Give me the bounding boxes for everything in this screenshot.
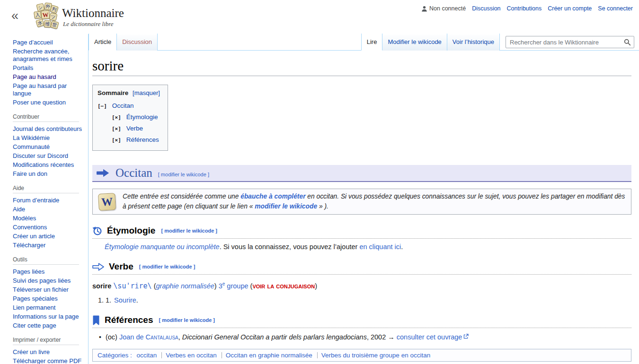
sidebar-item-accueil[interactable]: Page d’accueil [13, 39, 85, 46]
sidebar-item-discord[interactable]: Discuter sur Discord [13, 152, 85, 160]
category-separator [222, 352, 222, 358]
author-link[interactable]: Joan de Cantalausa [119, 333, 178, 341]
toc-item-verbe: [×] Verbe [98, 123, 160, 134]
language-arrow-icon [97, 169, 109, 177]
toc-link-references[interactable]: Références [126, 136, 159, 143]
toc-link-etymologie[interactable]: Étymologie [126, 113, 158, 121]
sidebar-item-hasard-langue[interactable]: Page au hasard par langue [13, 82, 85, 97]
sidebar-item-portails[interactable]: Portails [13, 64, 85, 72]
etymology-add-link[interactable]: en cliquant ici [359, 243, 401, 251]
tab-article[interactable]: Article [89, 34, 117, 51]
toc-title: Sommaire [98, 89, 128, 96]
sidebar-item-telecharger[interactable]: Télécharger [13, 242, 85, 249]
logo-tile: ツ [49, 13, 58, 21]
stub-text: Cette entrée est considérée comme une éb… [123, 192, 625, 211]
wiktionnaire-logo[interactable]: シ 外 判 入 W ツ 水 维 世 [31, 3, 59, 30]
sidebar-item-forum-entraide[interactable]: Forum d’entraide [13, 197, 85, 204]
sidebar-item-citer-page[interactable]: Citer cette page [13, 322, 85, 329]
pronunciation-link[interactable]: \su'rire\ [113, 282, 151, 290]
page-title: sorire [92, 58, 631, 76]
language-section-header: Occitan [ modifier le wikicode ] [92, 165, 631, 182]
sidebar-section-outils: Pages liées Suivi des pages liées Téléve… [13, 268, 85, 329]
sidebar-item-creer-livre[interactable]: Créer un livre [13, 348, 85, 356]
stub-link-ebauche[interactable]: ébauche à compléter [240, 193, 305, 200]
personal-link-discussion[interactable]: Discussion [472, 5, 500, 12]
sidebar-item-modifs-recentes[interactable]: Modifications récentes [13, 161, 85, 169]
site-title-block[interactable]: Wiktionnaire Le dictionnaire libre [62, 7, 124, 28]
category-link[interactable]: Occitan en graphie normalisée [226, 352, 312, 359]
edit-section-link[interactable]: [ modifier le wikicode ] [161, 228, 217, 234]
sidebar-item-aide[interactable]: Aide [13, 206, 85, 213]
toc-hide-link[interactable]: [masquer] [133, 89, 160, 96]
personal-bar: Non connecté Discussion Contributions Cr… [421, 5, 633, 12]
category-link[interactable]: Verbes en occitan [166, 352, 216, 359]
toc-item-references: [×] Références [98, 134, 160, 146]
toc-toggle-icon[interactable]: [×] [112, 126, 121, 132]
graphie-normalisee-link[interactable]: graphie normalisée [156, 282, 214, 290]
definition-link-sourire[interactable]: Sourire [114, 296, 136, 304]
sidebar-item-telecharger-pdf[interactable]: Télécharger comme PDF [13, 357, 85, 364]
stub-notice: W Cette entrée est considérée comme une … [92, 189, 631, 215]
toc-link-occitan[interactable]: Occitan [112, 102, 134, 109]
tab-modifier-wikicode[interactable]: Modifier le wikicode [382, 34, 447, 51]
namespace-tabs: Article Discussion [89, 34, 158, 51]
stub-link-modifier[interactable]: modifier le wikicode [255, 203, 317, 210]
definition-list: 1.Sourire. [106, 296, 631, 304]
search-button[interactable] [621, 36, 634, 48]
sidebar-item-poser-question[interactable]: Poser une question [13, 99, 85, 106]
edit-section-link[interactable]: [ modifier le wikicode ] [139, 264, 195, 269]
sidebar-item-pages-liees[interactable]: Pages liées [13, 268, 85, 276]
work-title: Diccionari General Occitan a partir dels… [182, 333, 367, 341]
sidebar-item-communaute[interactable]: Communauté [13, 143, 85, 151]
consult-work-link[interactable]: consulter cet ouvrage [397, 333, 462, 341]
view-tabs: Lire Modifier le wikicode Voir l’histori… [361, 34, 634, 51]
toc-toggle-icon[interactable]: [−] [98, 103, 107, 109]
toc-toggle-icon[interactable]: [×] [112, 137, 121, 143]
sidebar-heading-contribuer: Contribuer [13, 113, 79, 122]
search-input[interactable] [510, 39, 621, 46]
personal-link-create-account[interactable]: Créer un compte [548, 5, 592, 12]
categories-label-link[interactable]: Catégories : [98, 352, 132, 359]
personal-link-contributions[interactable]: Contributions [507, 5, 542, 12]
sidebar-item-infos-page[interactable]: Informations sur la page [13, 313, 85, 321]
personal-link-login[interactable]: Se connecter [598, 5, 633, 12]
sidebar-item-journal[interactable]: Journal des contributeurs [13, 125, 85, 133]
content-column: Article Discussion Lire Modifier le wiki… [88, 34, 639, 364]
sidebar-collapse-icon[interactable]: « [11, 9, 18, 23]
verb-group-link[interactable]: 3e groupe [219, 282, 248, 290]
sidebar-heading-outils: Outils [13, 256, 79, 265]
conjugation-link[interactable]: voir la conjugaison [252, 282, 315, 290]
etymology-missing-link[interactable]: Étymologie manquante ou incomplète [105, 243, 220, 251]
sidebar-item-page-au-hasard[interactable]: Page au hasard [13, 73, 85, 81]
sidebar-item-suivi-pages-liees[interactable]: Suivi des pages liées [13, 277, 85, 285]
category-link[interactable]: Verbes du troisième groupe en occitan [321, 352, 430, 359]
sidebar-item-pages-speciales[interactable]: Pages spéciales [13, 295, 85, 303]
login-status-label: Non connecté [429, 5, 466, 12]
definition-item: 1.Sourire. [106, 296, 631, 304]
toc-link-verbe[interactable]: Verbe [126, 125, 143, 132]
search-icon [624, 39, 631, 46]
toc-toggle-icon[interactable]: [×] [112, 114, 121, 121]
sidebar-item-lien-permanent[interactable]: Lien permanent [13, 304, 85, 312]
sidebar-item-faire-un-don[interactable]: Faire un don [13, 170, 85, 178]
sidebar-item-wikidemie[interactable]: La Wikidémie [13, 134, 85, 142]
verb-headword-line: sorire \su'rire\ (graphie normalisée) 3e… [92, 281, 631, 290]
edit-section-link[interactable]: [ modifier le wikicode ] [158, 172, 209, 177]
sidebar-item-conventions[interactable]: Conventions [13, 224, 85, 231]
sidebar-item-creer-article[interactable]: Créer un article [13, 233, 85, 240]
sidebar-section-navigation: Page d’accueil Recherche avancée, anagra… [13, 39, 85, 106]
sidebar: Page d’accueil Recherche avancée, anagra… [0, 34, 88, 364]
tab-lire[interactable]: Lire [361, 34, 383, 51]
sidebar-item-recherche-avancee[interactable]: Recherche avancée, anagrammes et rimes [13, 48, 85, 63]
site-title: Wiktionnaire [62, 7, 124, 20]
language-title-link[interactable]: Occitan [115, 166, 152, 180]
main-area: Page d’accueil Recherche avancée, anagra… [0, 34, 639, 364]
category-link[interactable]: occitan [137, 352, 157, 359]
edit-section-link[interactable]: [ modifier le wikicode ] [159, 317, 215, 323]
history-icon [92, 226, 102, 236]
search-box [506, 36, 634, 48]
sidebar-item-modeles[interactable]: Modèles [13, 215, 85, 222]
tab-discussion[interactable]: Discussion [117, 34, 158, 51]
sidebar-item-televerser[interactable]: Téléverser un fichier [13, 286, 85, 294]
tab-historique[interactable]: Voir l’historique [447, 34, 500, 51]
